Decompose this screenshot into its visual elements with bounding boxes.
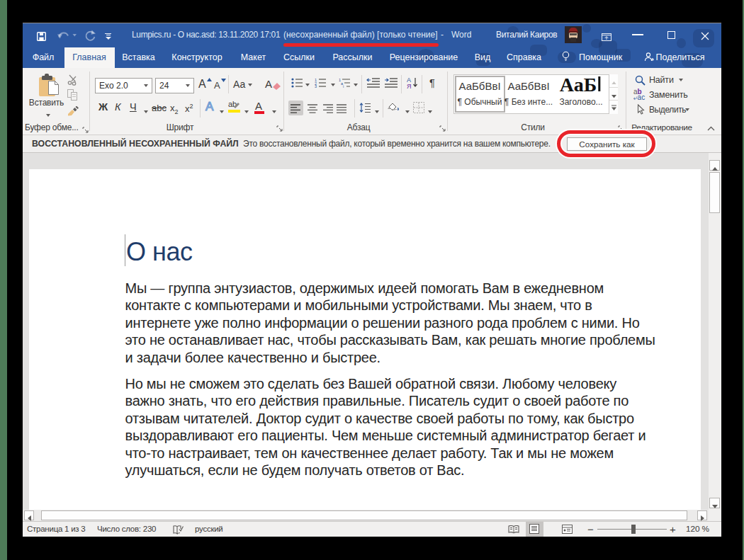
svg-text:i: i [343,84,344,88]
svg-text:Я: Я [407,83,412,89]
svg-text:3: 3 [315,84,317,88]
